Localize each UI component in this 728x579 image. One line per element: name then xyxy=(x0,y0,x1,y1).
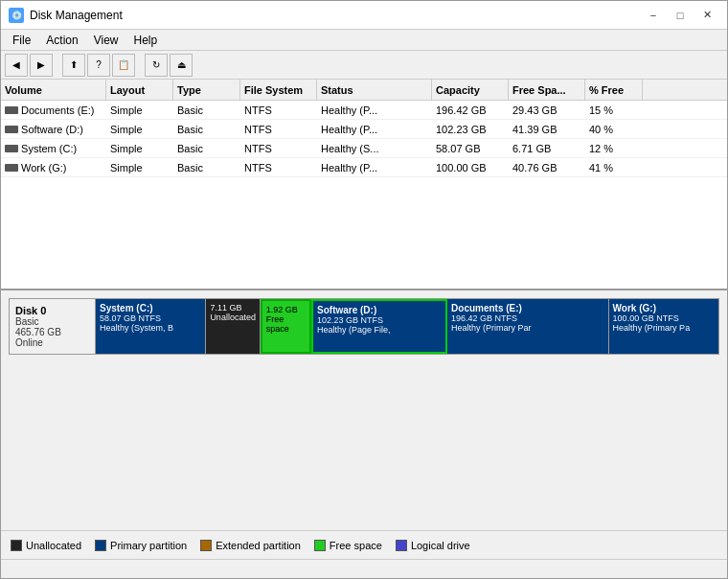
partition-size-c: 58.07 GB NTFS xyxy=(100,313,201,323)
cell-status-0: Healthy (P... xyxy=(317,104,432,117)
legend-label-unalloc: Unallocated xyxy=(26,540,81,551)
table-header: Volume Layout Type File System Status Ca… xyxy=(1,80,727,101)
table-body: Documents (E:) Simple Basic NTFS Healthy… xyxy=(1,101,727,177)
cell-pctfree-2: 12 % xyxy=(585,142,643,155)
up-button[interactable]: ⬆ xyxy=(62,54,85,77)
back-button[interactable]: ◀ xyxy=(5,54,28,77)
partition-work-g[interactable]: Work (G:) 100.00 GB NTFS Healthy (Primar… xyxy=(609,299,718,354)
cell-capacity-1: 102.23 GB xyxy=(432,123,509,136)
partition-name-d: Software (D:) xyxy=(317,305,442,315)
col-header-pctfree[interactable]: % Free xyxy=(585,80,643,100)
cell-pctfree-0: 15 % xyxy=(585,104,643,117)
legend-extended-partition: Extended partition xyxy=(200,540,301,551)
table-row[interactable]: Software (D:) Simple Basic NTFS Healthy … xyxy=(1,120,727,139)
drive-icon-1 xyxy=(5,126,18,133)
title-bar-left: 💿 Disk Management xyxy=(9,8,123,23)
cell-status-3: Healthy (P... xyxy=(317,161,432,174)
cell-capacity-2: 58.07 GB xyxy=(432,142,509,155)
cell-type-3: Basic xyxy=(173,161,240,174)
disk-visual-area: Disk 0 Basic 465.76 GB Online System (C:… xyxy=(1,290,727,530)
partition-software-d[interactable]: Software (D:) 102.23 GB NTFS Healthy (Pa… xyxy=(311,299,447,354)
drive-icon-3 xyxy=(5,164,18,172)
cell-pctfree-3: 41 % xyxy=(585,161,643,174)
partition-name-g: Work (G:) xyxy=(613,303,715,313)
partition-documents-e[interactable]: Documents (E:) 196.42 GB NTFS Healthy (P… xyxy=(447,299,609,354)
cell-layout-3: Simple xyxy=(106,161,173,174)
legend-label-logical: Logical drive xyxy=(411,540,470,551)
partition-unallocated[interactable]: 7.11 GB Unallocated xyxy=(206,299,260,354)
partition-detail-d: Healthy (Page File, xyxy=(317,325,442,335)
col-header-type[interactable]: Type xyxy=(173,80,240,100)
table-row[interactable]: System (C:) Simple Basic NTFS Healthy (S… xyxy=(1,139,727,158)
legend-logical-drive: Logical drive xyxy=(396,540,470,551)
eject-button[interactable]: ⏏ xyxy=(170,54,193,77)
cell-volume-3: Work (G:) xyxy=(1,161,106,174)
drive-icon-0 xyxy=(5,106,18,114)
refresh-button[interactable]: ↻ xyxy=(145,54,168,77)
partition-size-free: 1.92 GB xyxy=(266,305,306,314)
minimize-button[interactable]: − xyxy=(641,6,666,25)
partition-name-c: System (C:) xyxy=(100,303,201,313)
legend-label-primary: Primary partition xyxy=(110,540,187,551)
menu-action[interactable]: Action xyxy=(38,32,85,49)
col-header-volume[interactable]: Volume xyxy=(1,80,106,100)
drive-icon-2 xyxy=(5,145,18,152)
partition-detail-c: Healthy (System, B xyxy=(100,323,201,333)
close-button[interactable]: ✕ xyxy=(694,6,719,25)
cell-layout-1: Simple xyxy=(106,123,173,136)
cell-freespace-0: 29.43 GB xyxy=(509,104,585,117)
cell-freespace-2: 6.71 GB xyxy=(509,142,585,155)
table-row[interactable]: Work (G:) Simple Basic NTFS Healthy (P..… xyxy=(1,158,727,177)
col-header-freespace[interactable]: Free Spa... xyxy=(509,80,585,100)
cell-fs-0: NTFS xyxy=(240,104,317,117)
legend-label-freespace: Free space xyxy=(330,540,382,551)
cell-capacity-3: 100.00 GB xyxy=(432,161,509,174)
partition-name-e: Documents (E:) xyxy=(451,303,604,313)
partition-size-unalloc: 7.11 GB xyxy=(210,303,255,313)
legend-box-unalloc xyxy=(11,540,22,551)
partition-detail-g: Healthy (Primary Pa xyxy=(613,323,715,333)
forward-button[interactable]: ▶ xyxy=(30,54,53,77)
partition-size-d: 102.23 GB NTFS xyxy=(317,315,442,325)
menu-view[interactable]: View xyxy=(86,32,126,49)
app-icon: 💿 xyxy=(9,8,24,23)
cell-capacity-0: 196.42 GB xyxy=(432,104,509,117)
col-header-layout[interactable]: Layout xyxy=(106,80,173,100)
window-controls: − □ ✕ xyxy=(641,6,719,25)
disk-management-window: 💿 Disk Management − □ ✕ File Action View… xyxy=(0,0,728,579)
cell-layout-2: Simple xyxy=(106,142,173,155)
menu-file[interactable]: File xyxy=(5,32,38,49)
col-header-status[interactable]: Status xyxy=(317,80,432,100)
col-header-capacity[interactable]: Capacity xyxy=(432,80,509,100)
cell-status-2: Healthy (S... xyxy=(317,142,432,155)
maximize-button[interactable]: □ xyxy=(668,6,693,25)
window-title: Disk Management xyxy=(30,9,123,22)
cell-type-0: Basic xyxy=(173,104,240,117)
disk-type: Basic xyxy=(15,316,89,327)
partition-size-g: 100.00 GB NTFS xyxy=(613,313,715,323)
help-icon-button[interactable]: ? xyxy=(87,54,110,77)
cell-freespace-1: 41.39 GB xyxy=(509,123,585,136)
cell-fs-3: NTFS xyxy=(240,161,317,174)
table-row[interactable]: Documents (E:) Simple Basic NTFS Healthy… xyxy=(1,101,727,120)
legend-box-logical xyxy=(396,540,407,551)
toolbar: ◀ ▶ ⬆ ? 📋 ↻ ⏏ xyxy=(1,51,727,80)
cell-fs-1: NTFS xyxy=(240,123,317,136)
cell-status-1: Healthy (P... xyxy=(317,123,432,136)
legend-primary-partition: Primary partition xyxy=(95,540,187,551)
partition-size-e: 196.42 GB NTFS xyxy=(451,313,604,323)
partition-system-c[interactable]: System (C:) 58.07 GB NTFS Healthy (Syste… xyxy=(96,299,206,354)
partition-detail-e: Healthy (Primary Par xyxy=(451,323,604,333)
disk-size: 465.76 GB xyxy=(15,327,89,337)
legend-box-extended xyxy=(200,540,212,551)
partition-freespace[interactable]: 1.92 GB Free space xyxy=(261,299,311,354)
legend-box-primary xyxy=(95,540,106,551)
volume-table: Volume Layout Type File System Status Ca… xyxy=(1,80,727,290)
cell-volume-1: Software (D:) xyxy=(1,123,106,136)
cell-pctfree-1: 40 % xyxy=(585,123,643,136)
disk-name: Disk 0 xyxy=(15,305,89,316)
col-header-fs[interactable]: File System xyxy=(240,80,317,100)
menu-help[interactable]: Help xyxy=(126,32,166,49)
legend-label-extended: Extended partition xyxy=(216,540,301,551)
properties-button[interactable]: 📋 xyxy=(112,54,135,77)
